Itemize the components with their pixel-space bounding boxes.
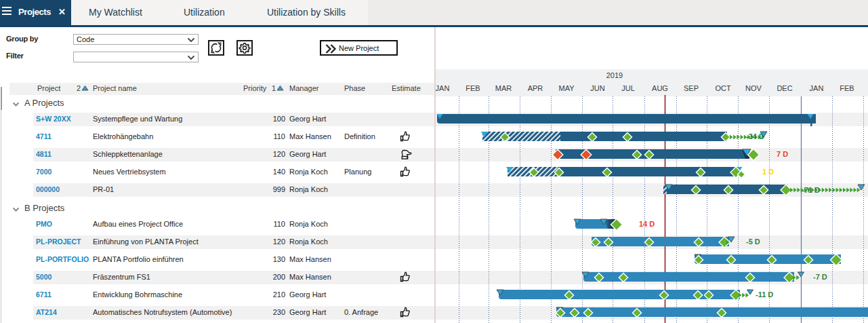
svg-text:-7 D: -7 D — [813, 273, 827, 281]
svg-text:2019: 2019 — [606, 71, 623, 79]
svg-text:MAR: MAR — [495, 84, 512, 92]
svg-text:SEP: SEP — [684, 84, 699, 92]
svg-text:JUL: JUL — [621, 84, 635, 92]
svg-text:14 D: 14 D — [639, 220, 655, 228]
svg-text:1 D: 1 D — [762, 168, 774, 176]
svg-text:FEB: FEB — [466, 84, 480, 92]
svg-text:JAN: JAN — [436, 84, 449, 92]
svg-text:-11 D: -11 D — [756, 290, 773, 299]
svg-text:APR: APR — [528, 84, 543, 92]
svg-text:NOV: NOV — [745, 84, 762, 92]
svg-text:AUG: AUG — [652, 84, 668, 92]
svg-text:7 D: 7 D — [777, 150, 788, 158]
svg-text:OCT: OCT — [715, 84, 731, 92]
svg-text:JUN: JUN — [590, 84, 604, 92]
svg-text:FEB: FEB — [840, 84, 854, 92]
svg-text:JAN: JAN — [810, 84, 824, 92]
svg-text:-5 D: -5 D — [746, 238, 760, 246]
svg-text:DEC: DEC — [777, 84, 792, 92]
svg-text:-71 D: -71 D — [802, 186, 820, 194]
svg-text:MAY: MAY — [558, 84, 575, 92]
